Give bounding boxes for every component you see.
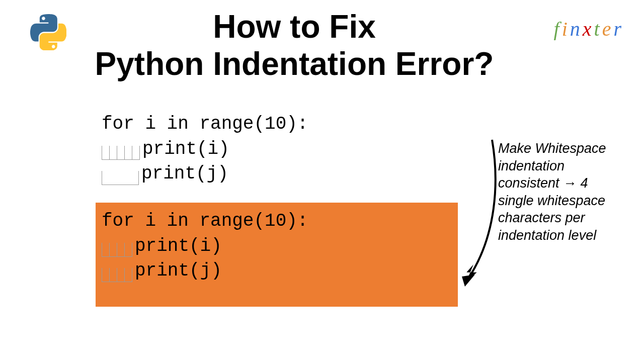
code-block-good: for i in range(10): print(i) print(j) [96,203,458,307]
whitespace-spaces-icon [102,146,139,160]
svg-marker-0 [462,275,475,287]
page-title: How to Fix Python Indentation Error? [0,9,644,82]
code-line: print(j) [102,161,432,187]
code-text: print(j) [135,258,222,284]
code-line: print(j) [102,258,452,284]
code-area: for i in range(10): print(i) print(j) fo… [96,109,438,307]
code-line: print(i) [102,137,432,162]
code-line: for i in range(10): [102,112,432,137]
whitespace-spaces-icon [102,268,132,282]
code-text: print(i) [142,137,229,162]
code-text: print(j) [141,161,228,187]
code-text: for i in range(10): [102,112,308,137]
whitespace-spaces-icon [102,243,132,257]
title-line2: Python Indentation Error? [60,46,528,82]
title-line1: How to Fix [213,9,376,45]
arrow-icon [458,136,503,297]
code-line: for i in range(10): [102,209,452,234]
code-line: print(i) [102,234,452,259]
whitespace-tab-icon [102,171,138,185]
code-text: print(i) [135,234,222,259]
code-text: for i in range(10): [102,209,308,234]
code-block-bad: for i in range(10): print(i) print(j) [96,109,438,192]
annotation-text: Make Whitespace indentation consistent →… [498,140,624,244]
